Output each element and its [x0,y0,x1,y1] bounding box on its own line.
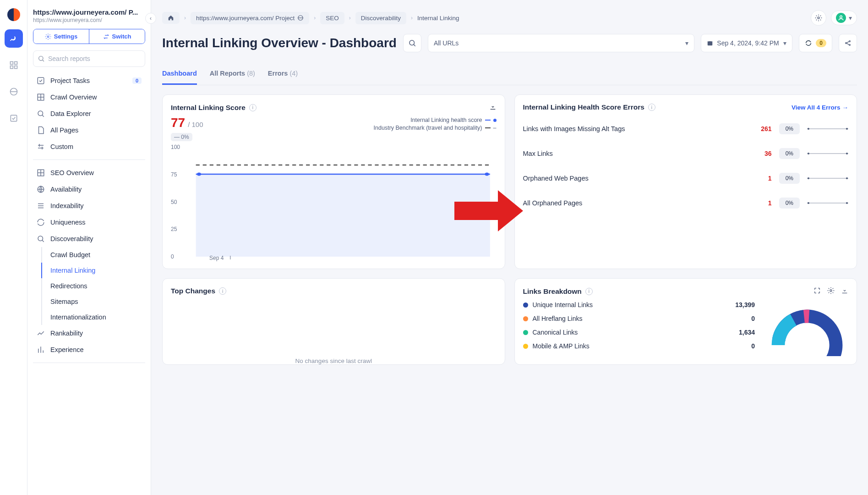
download-button[interactable] [841,287,848,296]
svg-point-33 [846,153,848,154]
sidebar-item-uniqueness[interactable]: Uniqueness [33,214,145,231]
svg-point-38 [808,202,809,204]
sidebar-subitem-internationalization[interactable]: Internationalization [41,309,145,325]
sidebar-item-crawl-overview[interactable]: Crawl Overview [33,89,145,105]
tasks-icon [37,77,45,85]
sidebar-item-indexability[interactable]: Indexability [33,198,145,214]
legend-dot-icon [493,119,497,122]
links-breakdown-card: Links Breakdown i Unique Internal Links1… [514,278,857,365]
share-icon [844,39,852,47]
score-card: Internal Linking Score i 77/ 100 — 0% In… [162,94,505,269]
url-filter-select[interactable]: All URLs▾ [428,34,694,52]
svg-point-36 [846,177,848,179]
breadcrumb-seo[interactable]: SEO [320,12,344,24]
notif-badge: 0 [816,39,826,47]
sidebar-collapse-button[interactable]: ‹ [145,13,156,24]
breadcrumb-current: Internal Linking [417,15,459,22]
svg-point-7 [39,56,43,60]
expand-button[interactable] [813,287,821,296]
svg-rect-18 [708,41,713,45]
svg-point-20 [849,41,851,42]
search-icon [408,39,416,47]
info-icon[interactable]: i [585,288,593,295]
info-icon[interactable]: i [219,287,226,295]
download-icon [841,287,848,294]
tab-all-reports[interactable]: All Reports (8) [210,65,255,85]
arrow-right-icon: → [842,104,849,111]
annotation-arrow [454,190,523,231]
chevron-down-icon: ▾ [685,39,688,47]
link-row[interactable]: Mobile & AMP Links0 [523,342,755,350]
legend-line-icon [485,120,491,121]
sidebar-item-all-pages[interactable]: All Pages [33,122,145,138]
breadcrumb-discoverability[interactable]: Discoverability [355,12,406,24]
bar-chart-icon [37,346,45,354]
score-value: 77 [171,116,185,130]
tab-errors[interactable]: Errors (4) [268,65,298,85]
user-menu[interactable]: ▾ [831,11,857,25]
crawl-date-select[interactable]: Sep 4, 2024, 9:42 PM▾ [701,34,792,52]
sidebar-subitem-internal-linking[interactable]: Internal Linking [41,263,145,278]
search-input[interactable] [33,50,145,67]
view-all-errors-link[interactable]: View All 4 Errors → [792,104,848,111]
error-row[interactable]: All Orphaned Pages10% [523,198,849,209]
svg-point-25 [197,173,202,176]
dot-icon [523,316,528,321]
sidebar-subitem-crawl-budget[interactable]: Crawl Budget [41,247,145,263]
sidebar-item-availability[interactable]: Availability [33,181,145,198]
svg-point-35 [808,177,809,179]
search-icon [37,110,45,118]
search-button[interactable] [403,34,421,52]
search-icon [38,55,45,62]
share-button[interactable] [839,34,857,52]
info-icon[interactable]: i [249,104,257,111]
breadcrumb-home[interactable] [162,12,180,24]
card-settings-button[interactable] [827,287,835,296]
globe-icon [37,185,45,193]
switch-button[interactable]: Switch [89,29,145,44]
link-row[interactable]: Unique Internal Links13,399 [523,301,755,308]
sidebar-subitem-redirections[interactable]: Redirections [41,278,145,294]
rail-tool-icon[interactable] [5,29,23,48]
svg-point-16 [840,16,842,18]
error-row[interactable]: Orphaned Web Pages10% [523,173,849,184]
rail-dashboard-icon[interactable] [5,56,23,74]
top-changes-title: Top Changes [171,287,215,295]
sparkline [807,174,848,182]
page-title: Internal Linking Overview - Dashboard [162,36,397,50]
download-button[interactable] [489,103,497,112]
sidebar-item-rankability[interactable]: Rankability [33,325,145,341]
globe-icon [297,15,304,21]
info-icon[interactable]: i [648,104,655,111]
swap-icon [103,33,109,40]
sidebar-item-custom[interactable]: Custom [33,138,145,155]
rail-tasks-icon[interactable] [5,109,23,127]
sync-button[interactable]: 0 [799,34,832,52]
grid-icon [37,93,45,101]
breadcrumb-project[interactable]: https://www.journeyera.com/ Project [191,12,309,24]
grid-icon [37,169,45,177]
sidebar-item-experience[interactable]: Experience [33,341,145,358]
errors-card: Internal Linking Health Score Errors i V… [514,94,857,269]
link-row[interactable]: Canonical Links1,634 [523,329,755,336]
gear-icon [45,33,51,40]
sidebar-item-discoverability[interactable]: Discoverability [33,231,145,247]
sidebar-item-project-tasks[interactable]: Project Tasks0 [33,72,145,89]
tab-dashboard[interactable]: Dashboard [162,65,197,85]
error-row[interactable]: Links with Images Missing Alt Tags2610% [523,123,849,134]
sliders-icon [37,143,45,151]
settings-button[interactable] [811,10,826,26]
sidebar-item-seo-overview[interactable]: SEO Overview [33,165,145,181]
settings-button[interactable]: Settings [33,29,89,44]
svg-point-39 [846,202,848,204]
sidebar-item-data-explorer[interactable]: Data Explorer [33,105,145,122]
sidebar-subitem-sitemaps[interactable]: Sitemaps [41,294,145,309]
link-row[interactable]: All Hreflang Links0 [523,315,755,322]
rail-analytics-icon[interactable] [5,82,23,101]
chevron-right-icon: › [184,15,186,21]
project-title: https://www.journeyera.com/ P... [33,8,145,16]
svg-rect-2 [10,66,13,69]
dot-icon [523,344,528,349]
error-row[interactable]: Max Links360% [523,148,849,159]
svg-point-19 [846,43,847,44]
